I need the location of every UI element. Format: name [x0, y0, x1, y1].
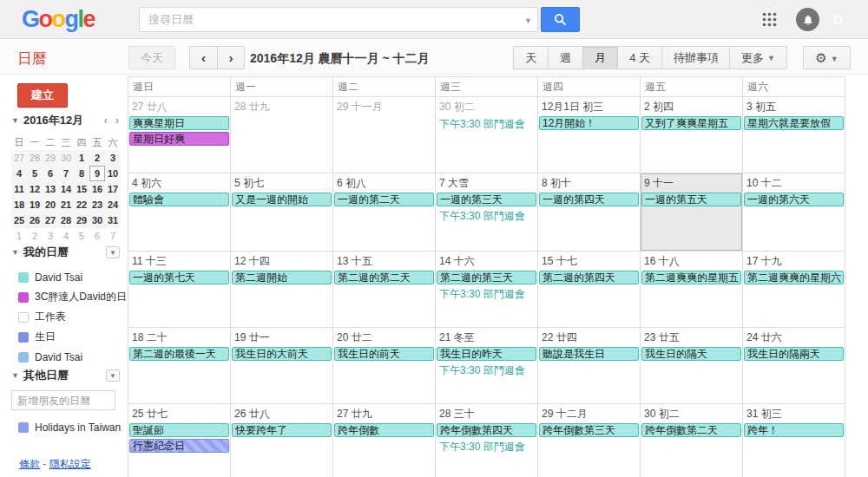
mini-day[interactable]: 16 — [89, 181, 105, 197]
mini-prev-button[interactable]: ‹ — [102, 114, 110, 127]
timed-event[interactable]: 下午3:30 部門週會 — [436, 439, 537, 456]
create-button[interactable]: 建立 — [17, 83, 68, 108]
event-bar[interactable]: 跨年倒數 — [334, 423, 434, 437]
settings-button[interactable]: ⚙▼ — [803, 46, 851, 69]
mini-day[interactable]: 4 — [11, 166, 27, 181]
timed-event[interactable]: 下午3:30 部門週會 — [436, 363, 537, 380]
day-cell[interactable]: 2 初四又到了爽爽星期五 — [641, 97, 743, 173]
event-bar[interactable]: 一週的第四天 — [539, 193, 639, 206]
event-bar[interactable]: 跨年倒數第四天 — [437, 423, 536, 437]
day-cell[interactable]: 29 十二月跨年倒數第三天 — [538, 404, 641, 477]
mini-day[interactable]: 19 — [27, 197, 43, 212]
day-cell[interactable]: 4 初六體驗會 — [128, 173, 231, 251]
event-bar[interactable]: 一週的第三天 — [437, 193, 536, 206]
mini-day[interactable]: 27 — [11, 150, 27, 166]
day-cell-today[interactable]: 9 十一一週的第五天 — [641, 173, 743, 251]
mini-day[interactable]: 17 — [105, 181, 121, 197]
event-bar[interactable]: 一週的第六天 — [744, 193, 844, 206]
timed-event[interactable]: 下午3:30 部門週會 — [436, 208, 537, 225]
day-cell[interactable]: 8 初十一週的第四天 — [538, 173, 641, 251]
mini-day[interactable]: 4 — [58, 228, 74, 244]
mini-day[interactable]: 6 — [89, 228, 105, 244]
next-button[interactable]: › — [217, 46, 245, 69]
mini-day[interactable]: 28 — [58, 212, 74, 228]
mini-day[interactable]: 30 — [58, 150, 74, 166]
view-button[interactable]: 天 — [513, 46, 548, 69]
day-cell[interactable]: 28 三十跨年倒數第四天下午3:30 部門週會 — [436, 404, 538, 477]
mini-day[interactable]: 1 — [11, 228, 27, 244]
mini-day[interactable]: 29 — [74, 212, 89, 228]
day-cell[interactable]: 16 十八第二週爽爽的星期五 — [641, 252, 743, 327]
day-cell[interactable]: 10 十二一週的第六天 — [743, 173, 845, 251]
day-cell[interactable]: 17 十九第二週爽爽的星期六 — [743, 252, 845, 327]
mini-day[interactable]: 2 — [89, 150, 105, 166]
calendar-list-item[interactable]: David Tsai — [11, 347, 120, 367]
mini-day[interactable]: 27 — [43, 212, 58, 228]
event-bar[interactable]: 一週的第七天 — [129, 271, 229, 284]
timed-event[interactable]: 下午3:30 部門週會 — [436, 116, 537, 134]
day-cell[interactable]: 21 冬至我生日的昨天下午3:30 部門週會 — [436, 328, 538, 403]
day-cell[interactable]: 18 二十第二週的最後一天 — [128, 328, 231, 403]
event-bar[interactable]: 第二週開始 — [232, 271, 332, 284]
mini-day[interactable]: 28 — [27, 150, 43, 166]
mini-day[interactable]: 23 — [89, 197, 105, 212]
notifications-button[interactable] — [796, 8, 819, 31]
mini-day[interactable]: 7 — [58, 166, 74, 181]
event-bar[interactable]: 我生日的大前天 — [232, 347, 332, 361]
event-bar[interactable]: 第二週的最後一天 — [129, 347, 229, 361]
calendar-list-item[interactable]: 3C胖達人David的日曆 — [11, 287, 120, 307]
day-cell[interactable]: 11 十三一週的第七天 — [128, 252, 231, 327]
calendar-list-item[interactable]: David Tsai — [11, 267, 120, 287]
mini-day[interactable]: 15 — [74, 181, 89, 197]
day-cell[interactable]: 23 廿五我生日的隔天 — [641, 328, 743, 403]
my-calendars-menu-button[interactable]: ▼ — [106, 246, 120, 258]
day-cell[interactable]: 20 廿二我生日的前天 — [333, 328, 436, 403]
day-cell[interactable]: 28 廿九 — [231, 97, 333, 173]
mini-day[interactable]: 8 — [74, 166, 89, 181]
mini-day[interactable]: 6 — [43, 166, 58, 181]
mini-day[interactable]: 22 — [74, 197, 89, 212]
event-bar[interactable]: 一週的第五天 — [641, 193, 741, 206]
event-bar[interactable]: 第二週的第四天 — [539, 271, 639, 284]
view-button[interactable]: 週 — [548, 46, 582, 69]
day-cell[interactable]: 26 廿八快要跨年了 — [231, 404, 333, 477]
privacy-link[interactable]: 隱私設定 — [49, 458, 91, 470]
mini-day[interactable]: 12 — [27, 181, 43, 197]
calendar-list-item[interactable]: 生日 — [11, 327, 120, 347]
day-cell[interactable]: 30 初二下午3:30 部門週會 — [436, 97, 538, 173]
event-bar[interactable]: 第二週的第三天 — [437, 271, 536, 284]
day-cell[interactable]: 12 十四第二週開始 — [231, 252, 333, 327]
collapse-triangle-icon[interactable]: ▼ — [11, 248, 19, 257]
day-cell[interactable]: 30 初二跨年倒數第二天 — [641, 404, 743, 477]
event-bar[interactable]: 跨年！ — [744, 423, 844, 437]
mini-day[interactable]: 30 — [89, 212, 105, 228]
prev-button[interactable]: ‹ — [189, 46, 217, 69]
event-bar[interactable]: 12月開始！ — [539, 116, 639, 130]
day-cell[interactable]: 12月1日 初三12月開始！ — [538, 97, 641, 173]
event-bar[interactable]: 快要跨年了 — [232, 423, 332, 437]
apps-grid-icon[interactable] — [761, 11, 778, 28]
collapse-triangle-icon[interactable]: ▼ — [11, 371, 19, 380]
event-bar[interactable]: 又到了爽爽星期五 — [641, 116, 741, 130]
day-cell[interactable]: 13 十五第二週的第二天 — [333, 252, 436, 327]
day-cell[interactable]: 31 初三跨年！ — [743, 404, 845, 477]
day-cell[interactable]: 5 初七又是一週的開始 — [231, 173, 333, 251]
mini-day[interactable]: 5 — [27, 166, 43, 181]
terms-link[interactable]: 條款 — [19, 458, 40, 470]
event-bar[interactable]: 爽爽星期日 — [129, 116, 229, 130]
search-options-caret-icon[interactable]: ▼ — [524, 16, 532, 25]
mini-day[interactable]: 13 — [43, 181, 58, 197]
mini-day[interactable]: 18 — [11, 197, 27, 212]
today-button[interactable]: 今天 — [128, 46, 175, 69]
day-cell[interactable]: 29 十一月 — [333, 97, 436, 173]
mini-day[interactable]: 20 — [43, 197, 58, 212]
mini-day[interactable]: 1 — [74, 150, 89, 166]
event-bar[interactable]: 第二週爽爽的星期六 — [744, 271, 844, 284]
event-bar[interactable]: 一週的第二天 — [334, 193, 434, 206]
more-button[interactable]: 更多▼ — [729, 46, 787, 69]
mini-day[interactable]: 26 — [27, 212, 43, 228]
google-logo[interactable]: Google — [22, 6, 95, 33]
event-bar[interactable]: 行憲紀念日 — [129, 439, 229, 453]
day-cell[interactable]: 6 初八一週的第二天 — [333, 173, 436, 251]
day-cell[interactable]: 7 大雪一週的第三天下午3:30 部門週會 — [436, 173, 538, 251]
